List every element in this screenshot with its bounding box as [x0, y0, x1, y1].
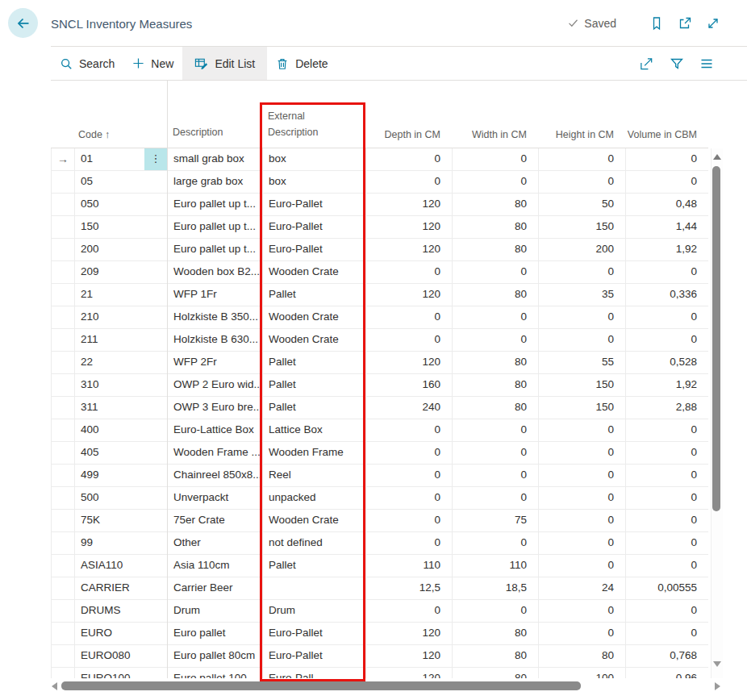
external-description-cell[interactable]: [263, 577, 366, 599]
depth-cell[interactable]: 240: [366, 397, 453, 419]
depth-cell[interactable]: 0: [366, 261, 453, 283]
external-description-cell[interactable]: Pallet: [263, 397, 366, 419]
width-cell[interactable]: 0: [453, 171, 539, 193]
table-row[interactable]: 210Holzkiste B 350...Wooden Crate0000: [52, 306, 708, 329]
depth-cell[interactable]: 120: [366, 668, 453, 678]
external-description-cell[interactable]: Wooden Frame: [263, 442, 366, 464]
table-row[interactable]: 500Unverpacktunpacked0000: [52, 487, 708, 510]
depth-cell[interactable]: 0: [366, 329, 453, 351]
row-selector-cell[interactable]: [52, 352, 75, 373]
external-description-cell[interactable]: Pallet: [263, 284, 366, 306]
height-cell[interactable]: 150: [539, 216, 626, 238]
width-cell[interactable]: 0: [453, 329, 539, 351]
depth-cell[interactable]: 120: [366, 284, 453, 306]
table-row[interactable]: 499Chainreel 850x8...Reel0000: [52, 465, 708, 487]
column-header-volume[interactable]: Volume in CBM: [625, 129, 708, 148]
row-selector-cell[interactable]: [52, 239, 75, 260]
external-description-cell[interactable]: Wooden Crate: [263, 329, 366, 351]
table-row[interactable]: 400Euro-Lattice BoxLattice Box0000: [52, 419, 708, 442]
description-cell[interactable]: Holzkiste B 630...: [168, 329, 263, 351]
row-actions-cell[interactable]: [144, 329, 168, 351]
external-description-cell[interactable]: Wooden Crate: [263, 306, 366, 328]
height-cell[interactable]: 80: [539, 645, 626, 667]
height-cell[interactable]: 0: [539, 329, 626, 351]
height-cell[interactable]: 50: [539, 194, 626, 215]
width-cell[interactable]: 110: [453, 555, 539, 577]
code-cell[interactable]: 400: [75, 419, 144, 441]
height-cell[interactable]: 0: [539, 419, 626, 441]
depth-cell[interactable]: 0: [366, 419, 453, 441]
code-cell[interactable]: 209: [75, 261, 144, 283]
row-actions-cell[interactable]: [144, 374, 168, 396]
row-selector-cell[interactable]: [52, 510, 75, 531]
depth-cell[interactable]: 110: [366, 555, 453, 577]
table-row[interactable]: 311OWP 3 Euro bre...Pallet240801502,88: [52, 397, 708, 419]
row-actions-cell[interactable]: [144, 194, 168, 215]
description-cell[interactable]: OWP 3 Euro bre...: [168, 397, 263, 419]
row-selector-cell[interactable]: [52, 668, 75, 678]
external-description-cell[interactable]: Wooden Crate: [263, 261, 366, 283]
width-cell[interactable]: 0: [453, 148, 539, 170]
table-row[interactable]: 21WFP 1FrPallet12080350,336: [52, 284, 708, 306]
code-cell[interactable]: ASIA110: [75, 555, 144, 577]
external-description-cell[interactable]: Pallet: [263, 352, 366, 373]
row-actions-cell[interactable]: [144, 600, 168, 622]
column-header-code[interactable]: Code↑: [74, 129, 167, 148]
depth-cell[interactable]: 120: [366, 645, 453, 667]
row-selector-cell[interactable]: [52, 645, 75, 667]
width-cell[interactable]: 80: [453, 239, 539, 260]
description-cell[interactable]: Asia 110cm: [168, 555, 263, 577]
external-description-cell[interactable]: Drum: [263, 600, 366, 622]
volume-cell[interactable]: 0,48: [626, 194, 708, 215]
external-description-cell[interactable]: Lattice Box: [263, 419, 366, 441]
column-header-height[interactable]: Height in CM: [538, 129, 625, 148]
width-cell[interactable]: 0: [453, 600, 539, 622]
depth-cell[interactable]: 0: [366, 148, 453, 170]
external-description-cell[interactable]: Euro-Pallet: [263, 194, 366, 215]
row-actions-cell[interactable]: [144, 306, 168, 328]
row-actions-cell[interactable]: [144, 442, 168, 464]
column-header-width[interactable]: Width in CM: [452, 129, 538, 148]
description-cell[interactable]: Chainreel 850x8...: [168, 465, 263, 486]
vertical-scrollbar-thumb[interactable]: [712, 166, 720, 511]
description-cell[interactable]: Wooden box B2...: [168, 261, 263, 283]
scroll-down-arrow[interactable]: [713, 661, 721, 667]
row-selector-cell[interactable]: [52, 329, 75, 351]
code-cell[interactable]: DRUMS: [75, 600, 144, 622]
volume-cell[interactable]: 0: [626, 306, 708, 328]
volume-cell[interactable]: 0: [626, 419, 708, 441]
width-cell[interactable]: 0: [453, 487, 539, 509]
code-cell[interactable]: 21: [75, 284, 144, 306]
row-selector-cell[interactable]: [52, 465, 75, 486]
depth-cell[interactable]: 0: [366, 487, 453, 509]
code-cell[interactable]: EURO100: [75, 668, 144, 678]
volume-cell[interactable]: 0: [626, 487, 708, 509]
description-cell[interactable]: OWP 2 Euro wid...: [168, 374, 263, 396]
row-actions-cell[interactable]: [144, 239, 168, 260]
height-cell[interactable]: 0: [539, 510, 626, 531]
width-cell[interactable]: 80: [453, 194, 539, 215]
volume-cell[interactable]: 1,44: [626, 216, 708, 238]
row-selector-cell[interactable]: →: [52, 148, 75, 170]
code-cell[interactable]: 05: [75, 171, 144, 193]
show-list-button[interactable]: [699, 56, 714, 71]
depth-cell[interactable]: 0: [366, 532, 453, 554]
code-cell[interactable]: 150: [75, 216, 144, 238]
depth-cell[interactable]: 0: [366, 465, 453, 486]
share-button[interactable]: [639, 56, 654, 71]
row-selector-cell[interactable]: [52, 171, 75, 193]
table-row[interactable]: 405Wooden Frame ...Wooden Frame0000: [52, 442, 708, 465]
code-cell[interactable]: 99: [75, 532, 144, 554]
depth-cell[interactable]: 12,5: [366, 577, 453, 599]
volume-cell[interactable]: 0: [626, 442, 708, 464]
description-cell[interactable]: small grab box: [168, 148, 263, 170]
depth-cell[interactable]: 120: [366, 239, 453, 260]
width-cell[interactable]: 18,5: [453, 577, 539, 599]
table-row[interactable]: CARRIERCarrier Beer12,518,5240,00555: [52, 577, 708, 600]
volume-cell[interactable]: 0: [626, 171, 708, 193]
row-selector-cell[interactable]: [52, 577, 75, 599]
volume-cell[interactable]: 0: [626, 623, 708, 644]
code-cell[interactable]: 310: [75, 374, 144, 396]
row-actions-cell[interactable]: ⋮: [144, 148, 168, 170]
width-cell[interactable]: 75: [453, 510, 539, 531]
